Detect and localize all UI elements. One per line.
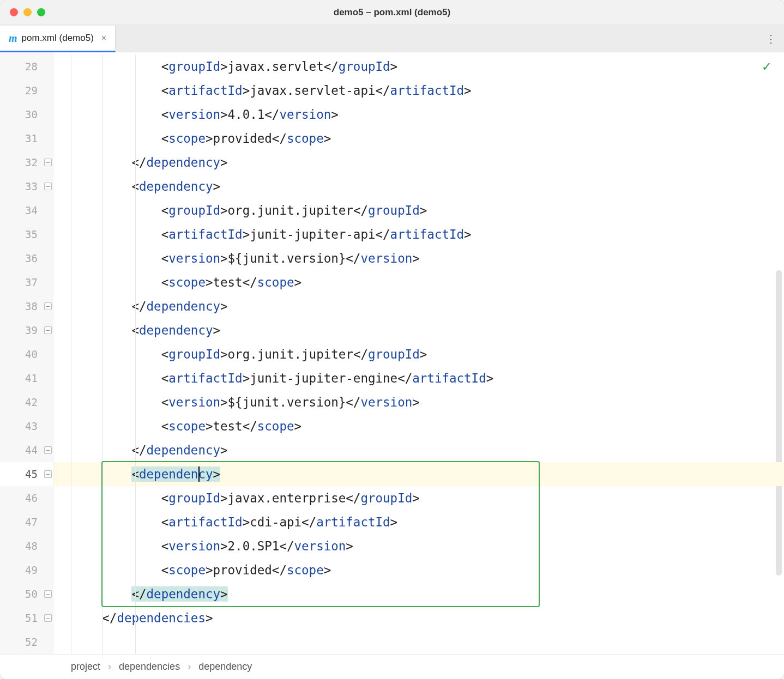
code-line[interactable]	[53, 630, 784, 654]
line-number[interactable]: 45	[0, 462, 53, 486]
code-line[interactable]: <groupId>javax.enterprise</groupId>	[53, 486, 784, 510]
line-number[interactable]: 42	[0, 390, 53, 414]
line-number[interactable]: 37	[0, 270, 53, 294]
code-line[interactable]: <artifactId>cdi-api</artifactId>	[53, 510, 784, 534]
code-line[interactable]: </dependencies>	[53, 606, 784, 630]
line-number[interactable]: 33	[0, 174, 53, 198]
code-line[interactable]: <dependency>	[53, 318, 784, 342]
minimize-window-button[interactable]	[23, 8, 32, 16]
line-number[interactable]: 38	[0, 294, 53, 318]
code-line[interactable]: <scope>test</scope>	[53, 270, 784, 294]
fold-toggle-icon[interactable]	[44, 470, 52, 478]
code-lines[interactable]: <groupId>javax.servlet</groupId> <artifa…	[53, 54, 784, 654]
maven-icon: m	[9, 32, 17, 45]
line-gutter: 2829303132333435363738394041424344454647…	[0, 52, 53, 654]
breadcrumb-separator-icon: ›	[108, 661, 111, 672]
breadcrumb-item[interactable]: dependency	[198, 661, 252, 672]
line-number[interactable]: 48	[0, 534, 53, 558]
code-line[interactable]: <dependency>	[53, 174, 784, 198]
breadcrumb-separator-icon: ›	[188, 661, 191, 672]
line-number[interactable]: 39	[0, 318, 53, 342]
code-line[interactable]: <groupId>javax.servlet</groupId>	[53, 54, 784, 78]
code-line[interactable]: <groupId>org.junit.jupiter</groupId>	[53, 342, 784, 366]
code-line[interactable]: <version>4.0.1</version>	[53, 102, 784, 126]
breadcrumb-item[interactable]: dependencies	[119, 661, 180, 672]
line-number[interactable]: 50	[0, 582, 53, 606]
close-window-button[interactable]	[10, 8, 18, 16]
code-line[interactable]: <version>${junit.version}</version>	[53, 390, 784, 414]
line-number[interactable]: 30	[0, 102, 53, 126]
line-number[interactable]: 34	[0, 198, 53, 222]
line-number[interactable]: 35	[0, 222, 53, 246]
breadcrumb[interactable]: project›dependencies›dependency	[0, 654, 784, 679]
code-line[interactable]: <scope>provided</scope>	[53, 558, 784, 582]
code-line[interactable]: </dependency>	[53, 294, 784, 318]
fold-toggle-icon[interactable]	[44, 614, 52, 622]
line-number[interactable]: 41	[0, 366, 53, 390]
line-number[interactable]: 28	[0, 54, 53, 78]
maximize-window-button[interactable]	[37, 8, 45, 16]
titlebar: demo5 – pom.xml (demo5)	[0, 0, 784, 25]
indent-guide	[71, 54, 71, 654]
line-number[interactable]: 47	[0, 510, 53, 534]
code-line[interactable]: </dependency>	[53, 582, 784, 606]
code-line[interactable]: <groupId>org.junit.jupiter</groupId>	[53, 198, 784, 222]
line-number[interactable]: 36	[0, 246, 53, 270]
code-line[interactable]: <dependency>	[53, 462, 784, 486]
line-number[interactable]: 40	[0, 342, 53, 366]
fold-toggle-icon[interactable]	[44, 446, 52, 454]
more-tabs-icon[interactable]: ⋮	[765, 25, 776, 52]
code-line[interactable]: </dependency>	[53, 150, 784, 174]
editor-tabs: m pom.xml (demo5) × ⋮	[0, 25, 784, 52]
code-line[interactable]: <artifactId>junit-jupiter-api</artifactI…	[53, 222, 784, 246]
editor: 2829303132333435363738394041424344454647…	[0, 52, 784, 654]
code-line[interactable]: <artifactId>junit-jupiter-engine</artifa…	[53, 366, 784, 390]
code-line[interactable]: <version>${junit.version}</version>	[53, 246, 784, 270]
ide-window: demo5 – pom.xml (demo5) m pom.xml (demo5…	[0, 0, 784, 679]
line-number[interactable]: 44	[0, 438, 53, 462]
line-number[interactable]: 43	[0, 414, 53, 438]
line-number[interactable]: 29	[0, 78, 53, 102]
code-line[interactable]: <scope>provided</scope>	[53, 126, 784, 150]
indent-guide	[102, 54, 103, 654]
window-title: demo5 – pom.xml (demo5)	[0, 7, 784, 18]
close-tab-icon[interactable]: ×	[101, 33, 106, 43]
code-area[interactable]: ✓ <groupId>javax.servlet</groupId> <arti…	[53, 52, 784, 654]
fold-toggle-icon[interactable]	[44, 159, 52, 166]
indent-guide	[135, 54, 136, 654]
line-number[interactable]: 31	[0, 126, 53, 150]
breadcrumb-item[interactable]: project	[71, 661, 100, 672]
window-controls	[10, 8, 45, 16]
tab-pom-xml[interactable]: m pom.xml (demo5) ×	[0, 26, 116, 52]
fold-toggle-icon[interactable]	[44, 302, 52, 310]
line-number[interactable]: 46	[0, 486, 53, 510]
line-number[interactable]: 49	[0, 558, 53, 582]
fold-toggle-icon[interactable]	[44, 183, 52, 190]
line-number[interactable]: 32	[0, 150, 53, 174]
fold-toggle-icon[interactable]	[44, 590, 52, 598]
fold-toggle-icon[interactable]	[44, 326, 52, 334]
code-line[interactable]: <scope>test</scope>	[53, 414, 784, 438]
tab-label: pom.xml (demo5)	[22, 33, 94, 44]
line-number[interactable]: 52	[0, 630, 53, 654]
code-line[interactable]: <artifactId>javax.servlet-api</artifactI…	[53, 78, 784, 102]
code-line[interactable]: <version>2.0.SP1</version>	[53, 534, 784, 558]
code-line[interactable]: </dependency>	[53, 438, 784, 462]
line-number[interactable]: 51	[0, 606, 53, 630]
